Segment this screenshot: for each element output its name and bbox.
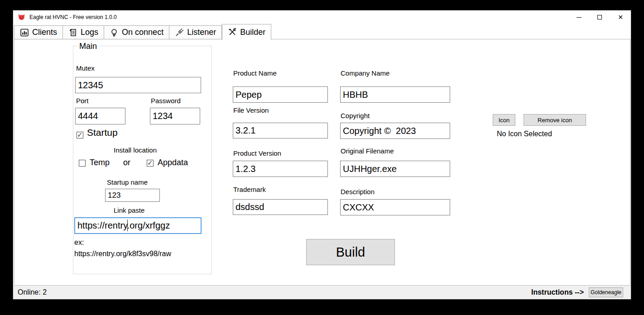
tab-listener[interactable]: Listener bbox=[169, 25, 222, 39]
title-bar: Eagle rat HVNC - Free version 1.0.0 ✕ bbox=[13, 10, 631, 24]
tab-label: Clients bbox=[32, 28, 57, 37]
tab-label: On connect bbox=[122, 28, 163, 37]
original-filename-input[interactable] bbox=[340, 161, 450, 177]
trademark-input[interactable] bbox=[233, 199, 328, 215]
startup-name-input[interactable] bbox=[105, 189, 160, 202]
password-label: Password bbox=[151, 97, 181, 105]
status-bar: Online: 2 Instructions --> Goldeneagle bbox=[13, 286, 631, 299]
close-icon: ✕ bbox=[618, 14, 623, 20]
example-prefix: ex: bbox=[74, 239, 84, 247]
instructions-label: Instructions --> bbox=[531, 288, 584, 296]
product-name-label: Product Name bbox=[233, 69, 277, 77]
appdata-checkbox[interactable] bbox=[147, 160, 154, 167]
temp-checkbox-label[interactable]: Temp bbox=[90, 158, 110, 167]
or-label: or bbox=[123, 158, 130, 167]
product-version-label: Product Version bbox=[233, 149, 281, 157]
tab-logs[interactable]: Logs bbox=[63, 25, 104, 39]
tab-label: Builder bbox=[240, 28, 265, 37]
copyright-label: Copyright bbox=[341, 112, 370, 119]
company-name-label: Company Name bbox=[341, 69, 389, 77]
tools-icon bbox=[228, 28, 237, 37]
file-version-label: File Version bbox=[233, 106, 269, 114]
product-name-input[interactable] bbox=[233, 86, 328, 103]
description-input[interactable] bbox=[340, 199, 450, 215]
build-button[interactable]: Build bbox=[306, 239, 395, 265]
password-input[interactable] bbox=[150, 108, 200, 124]
description-label: Description bbox=[341, 188, 375, 196]
lightbulb-icon bbox=[110, 28, 119, 37]
install-location-label: Install location bbox=[114, 146, 157, 154]
port-label: Port bbox=[76, 97, 89, 105]
appdata-checkbox-label[interactable]: Appdata bbox=[158, 158, 188, 167]
tab-bar: Clients Logs On connect bbox=[14, 24, 271, 39]
maximize-button[interactable] bbox=[589, 10, 610, 24]
mutex-label: Mutex bbox=[76, 64, 95, 72]
company-name-input[interactable] bbox=[340, 86, 450, 103]
trademark-label: Trademark bbox=[233, 186, 266, 193]
link-paste-input[interactable] bbox=[74, 217, 202, 234]
file-version-input[interactable] bbox=[233, 123, 328, 138]
startup-checkbox[interactable] bbox=[77, 132, 83, 138]
tab-label: Listener bbox=[187, 28, 216, 37]
bar-chart-icon bbox=[20, 28, 29, 37]
maximize-icon bbox=[597, 15, 602, 19]
example-url: https://rentry.org/k8f3sv98/raw bbox=[74, 250, 171, 258]
original-filename-label: Original Filename bbox=[341, 147, 394, 155]
tab-clients[interactable]: Clients bbox=[14, 25, 63, 39]
copyright-input[interactable] bbox=[340, 123, 450, 139]
startup-checkbox-label[interactable]: Startup bbox=[87, 127, 118, 138]
startup-name-label: Startup name bbox=[107, 178, 148, 186]
tab-on-connect[interactable]: On connect bbox=[104, 25, 169, 39]
plug-icon bbox=[175, 28, 184, 37]
remove-icon-button[interactable]: Remove icon bbox=[524, 114, 586, 126]
icon-status-text: No Icon Selected bbox=[497, 130, 552, 138]
product-version-input[interactable] bbox=[233, 161, 328, 177]
main-groupbox-title: Main bbox=[77, 42, 99, 51]
devil-icon bbox=[18, 14, 25, 21]
app-window: Eagle rat HVNC - Free version 1.0.0 ✕ Cl… bbox=[13, 10, 631, 300]
logs-icon bbox=[68, 28, 77, 37]
goldeneagle-button[interactable]: Goldeneagle bbox=[589, 287, 623, 297]
temp-checkbox[interactable] bbox=[79, 160, 86, 167]
link-paste-label: Link paste bbox=[114, 206, 144, 214]
text-caret bbox=[127, 220, 128, 231]
window-title: Eagle rat HVNC - Free version 1.0.0 bbox=[29, 14, 117, 20]
tab-builder[interactable]: Builder bbox=[222, 24, 271, 40]
minimize-button[interactable] bbox=[568, 10, 589, 24]
close-button[interactable]: ✕ bbox=[610, 10, 631, 24]
port-input[interactable] bbox=[75, 108, 125, 124]
tab-label: Logs bbox=[81, 28, 98, 37]
minimize-icon bbox=[577, 17, 582, 18]
icon-button[interactable]: Icon bbox=[493, 114, 515, 126]
mutex-input[interactable] bbox=[75, 77, 201, 93]
online-count: Online: 2 bbox=[18, 288, 47, 296]
